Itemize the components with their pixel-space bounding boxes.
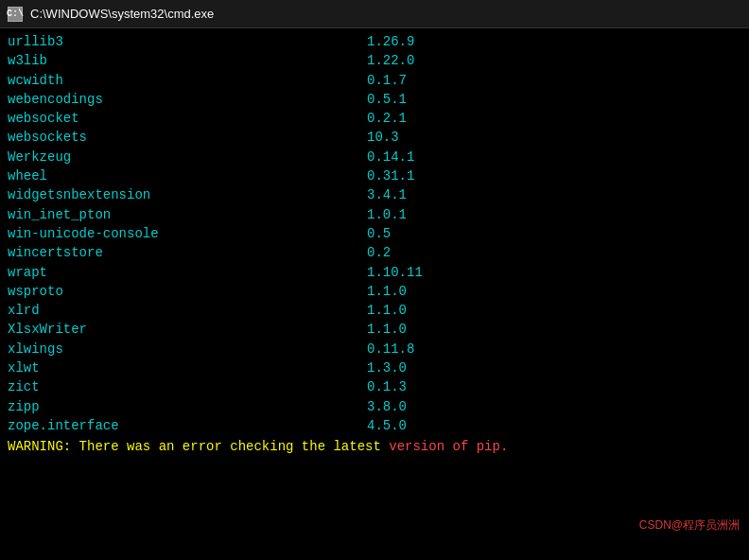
package-version: 0.31.1 xyxy=(367,166,414,185)
warning-prefix: WARNING: There was an error checking the… xyxy=(8,439,389,454)
title-bar: C:\ C:\WINDOWS\system32\cmd.exe xyxy=(0,0,749,28)
table-row: win_inet_pton1.0.1 xyxy=(8,205,741,224)
package-version: 3.4.1 xyxy=(367,185,407,204)
package-name: zict xyxy=(8,377,367,396)
package-name: wheel xyxy=(8,166,367,185)
table-row: widgetsnbextension3.4.1 xyxy=(8,185,741,204)
table-row: zict0.1.3 xyxy=(8,377,741,396)
package-version: 0.2 xyxy=(367,243,391,262)
package-name: w3lib xyxy=(8,51,367,70)
package-version: 0.5.1 xyxy=(367,90,407,109)
package-name: urllib3 xyxy=(8,32,367,51)
table-row: Werkzeug0.14.1 xyxy=(8,148,741,166)
package-name: zipp xyxy=(8,397,367,416)
table-row: xlwt1.3.0 xyxy=(8,359,741,377)
table-row: websocket0.2.1 xyxy=(8,109,741,128)
package-name: wcwidth xyxy=(8,71,367,90)
package-name: webencodings xyxy=(8,90,367,109)
package-version: 0.2.1 xyxy=(367,109,407,128)
table-row: wcwidth0.1.7 xyxy=(8,71,741,90)
package-version: 1.1.0 xyxy=(367,301,407,320)
package-version: 1.1.0 xyxy=(367,320,407,339)
package-name: win-unicode-console xyxy=(8,224,367,243)
package-version: 1.22.0 xyxy=(367,51,414,70)
table-row: wheel0.31.1 xyxy=(8,166,741,185)
package-name: wrapt xyxy=(8,263,367,282)
package-name: zope.interface xyxy=(8,416,367,435)
package-name: wsproto xyxy=(8,282,367,301)
table-row: wincertstore0.2 xyxy=(8,243,741,262)
warning-highlight: version of pip. xyxy=(389,439,508,454)
table-row: XlsxWriter1.1.0 xyxy=(8,320,741,339)
package-version: 1.10.11 xyxy=(367,263,423,282)
package-name: Werkzeug xyxy=(8,148,367,166)
table-row: websockets10.3 xyxy=(8,128,741,147)
package-name: XlsxWriter xyxy=(8,320,367,339)
package-version: 0.1.3 xyxy=(367,377,407,396)
table-row: wsproto1.1.0 xyxy=(8,282,741,301)
package-version: 3.8.0 xyxy=(367,397,407,416)
table-row: zope.interface4.5.0 xyxy=(8,416,741,435)
table-row: webencodings0.5.1 xyxy=(8,90,741,109)
package-version: 0.11.8 xyxy=(367,340,414,359)
table-row: xlwings0.11.8 xyxy=(8,340,741,359)
table-row: w3lib1.22.0 xyxy=(8,51,741,70)
package-version: 1.3.0 xyxy=(367,359,407,377)
package-version: 0.5 xyxy=(367,224,391,243)
package-version: 10.3 xyxy=(367,128,399,147)
cmd-icon: C:\ xyxy=(8,7,23,22)
package-table: urllib31.26.9w3lib1.22.0wcwidth0.1.7webe… xyxy=(8,32,741,435)
package-name: websockets xyxy=(8,128,367,147)
package-version: 1.1.0 xyxy=(367,282,407,301)
table-row: urllib31.26.9 xyxy=(8,32,741,51)
package-version: 0.1.7 xyxy=(367,71,407,90)
package-name: xlwings xyxy=(8,340,367,359)
package-name: win_inet_pton xyxy=(8,205,367,224)
package-name: xlrd xyxy=(8,301,367,320)
package-version: 4.5.0 xyxy=(367,416,407,435)
package-version: 0.14.1 xyxy=(367,148,414,166)
package-name: widgetsnbextension xyxy=(8,185,367,204)
package-name: wincertstore xyxy=(8,243,367,262)
table-row: win-unicode-console0.5 xyxy=(8,224,741,243)
watermark: CSDN@程序员洲洲 xyxy=(639,517,740,534)
table-row: xlrd1.1.0 xyxy=(8,301,741,320)
title-bar-text: C:\WINDOWS\system32\cmd.exe xyxy=(30,7,214,21)
warning-row: WARNING: There was an error checking the… xyxy=(8,437,741,456)
package-version: 1.0.1 xyxy=(367,205,407,224)
table-row: zipp3.8.0 xyxy=(8,397,741,416)
package-name: websocket xyxy=(8,109,367,128)
terminal-body: urllib31.26.9w3lib1.22.0wcwidth0.1.7webe… xyxy=(0,28,749,560)
package-version: 1.26.9 xyxy=(367,32,414,51)
package-name: xlwt xyxy=(8,359,367,377)
table-row: wrapt1.10.11 xyxy=(8,263,741,282)
